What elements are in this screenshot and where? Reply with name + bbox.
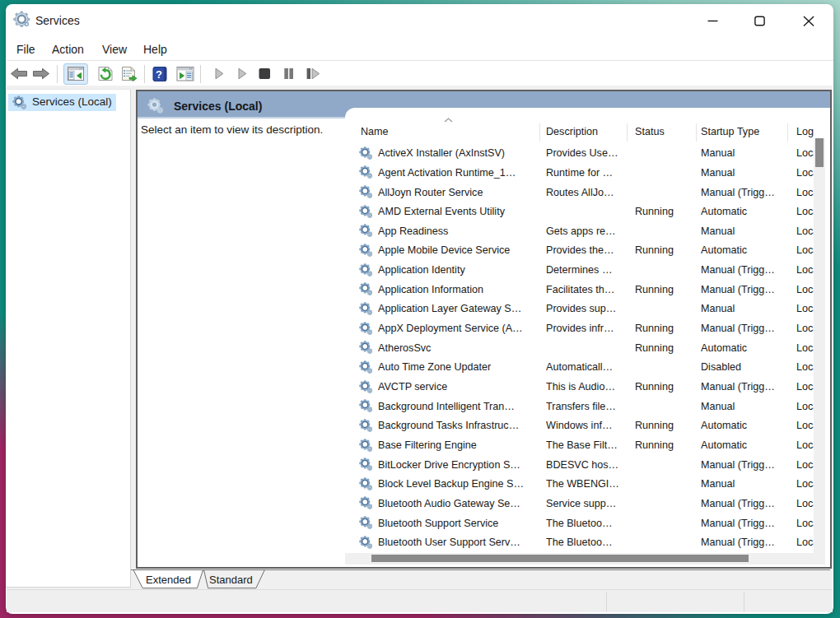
svg-text:?: ? — [156, 68, 162, 81]
